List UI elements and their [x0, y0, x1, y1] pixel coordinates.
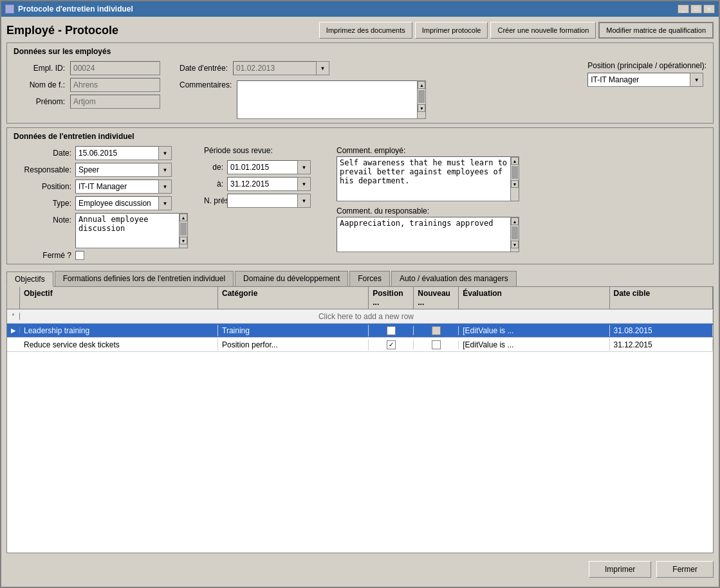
bottom-section: Objectifs Formations definies lors de l'… — [6, 268, 714, 553]
note-scroll-down[interactable]: ▼ — [180, 237, 187, 244]
col-evaluation: Évaluation — [459, 287, 609, 309]
print-docs-button[interactable]: Imprimez des documents — [319, 22, 412, 39]
imprimer-button[interactable]: Imprimer — [589, 561, 651, 578]
cr-scroll-down[interactable]: ▼ — [511, 241, 519, 248]
row-1-nouveau-checkbox[interactable] — [432, 326, 441, 335]
position-interview-wrapper: ▼ — [75, 179, 188, 194]
col-position: Position ... — [369, 287, 414, 309]
type-field[interactable] — [75, 196, 159, 210]
new-row-indicator: * — [7, 313, 20, 320]
row-2-nouveau-checkbox[interactable] — [432, 340, 441, 349]
table-row-1[interactable]: ▶ Leadership training Training ✓ [EditVa… — [7, 324, 713, 338]
row-1-position-checkbox[interactable]: ✓ — [387, 326, 396, 335]
nom-label: Nom de f.: — [14, 80, 65, 89]
interview-date-field[interactable] — [75, 146, 159, 160]
row-1-objectif: Leadership training — [20, 325, 218, 336]
print-proto-button[interactable]: Imprimer protocole — [415, 22, 488, 39]
scroll-up[interactable]: ▲ — [418, 81, 425, 89]
commentaires-field[interactable] — [237, 80, 417, 119]
ferme-label: Fermé ? — [14, 251, 71, 260]
a-dropdown[interactable]: ▼ — [298, 177, 311, 191]
a-label: à: — [204, 179, 223, 188]
scroll-down[interactable]: ▼ — [418, 104, 425, 112]
minimize-button[interactable]: _ — [678, 5, 689, 14]
comment-employe-field[interactable]: Self awareness that he must learn to pre… — [337, 156, 510, 201]
type-dropdown[interactable]: ▼ — [159, 196, 172, 210]
n-pres-label: N. prés.: — [204, 196, 223, 205]
header-row: Employé - Protocole Imprimez des documen… — [6, 22, 714, 39]
row-1-nouveau-check[interactable] — [414, 326, 459, 335]
position-field[interactable] — [587, 73, 690, 87]
responsable-wrapper: ▼ — [75, 163, 188, 177]
comment-employe-wrapper: Self awareness that he must learn to pre… — [337, 156, 706, 201]
responsable-field[interactable] — [75, 163, 159, 177]
note-scroll-up[interactable]: ▲ — [180, 214, 187, 221]
tab-forces[interactable]: Forces — [349, 271, 390, 286]
de-dropdown[interactable]: ▼ — [298, 160, 311, 174]
note-scrollbar[interactable]: ▲ ▼ — [179, 213, 188, 248]
de-field[interactable] — [227, 160, 298, 174]
ce-scroll-up[interactable]: ▲ — [511, 157, 519, 165]
tabs-bar: Objectifs Formations definies lors de l'… — [6, 271, 714, 286]
window-title: Protocole d'entretien individuel — [18, 5, 133, 14]
fermer-button[interactable]: Fermer — [656, 561, 714, 578]
n-pres-field[interactable] — [227, 194, 298, 208]
table-new-row[interactable]: * Click here to add a new row — [7, 309, 713, 324]
footer-row: Imprimer Fermer — [6, 557, 714, 582]
position-interview-field[interactable] — [75, 179, 159, 194]
note-field[interactable]: Annual employee discussion — [75, 213, 179, 248]
row-2-evaluation: [EditValue is ... — [459, 339, 609, 351]
employee-section-title: Données sur les employés — [14, 47, 706, 56]
position-interview-dropdown[interactable]: ▼ — [159, 179, 172, 194]
interview-date-wrapper: ▼ — [75, 146, 188, 160]
interview-section-title: Données de l'entretien individuel — [14, 132, 706, 141]
commentaires-scrollbar[interactable]: ▲ ▼ — [417, 80, 426, 119]
modify-matrix-button[interactable]: Modifier matrice de qualification — [598, 22, 714, 39]
empl-id-field — [70, 61, 160, 75]
interview-section: Données de l'entretien individuel Date: … — [6, 127, 714, 264]
row-2-nouveau-check[interactable] — [414, 340, 459, 349]
commentaires-wrapper: ▲ ▼ — [237, 80, 426, 119]
responsable-label: Responsable: — [14, 165, 71, 174]
ferme-checkbox[interactable] — [75, 251, 84, 260]
position-principale-label: Position (principale / opérationnel): — [587, 61, 706, 70]
row-1-position-check[interactable]: ✓ — [369, 326, 414, 335]
responsable-dropdown[interactable]: ▼ — [159, 163, 172, 177]
commentaires-label: Commentaires: — [180, 80, 232, 89]
tab-domaine[interactable]: Domaine du développement — [235, 271, 348, 286]
position-dropdown[interactable]: ▼ — [690, 73, 703, 87]
ce-scroll-down[interactable]: ▼ — [511, 180, 519, 188]
date-entree-label: Date d'entrée: — [180, 64, 228, 73]
close-button[interactable]: × — [703, 5, 715, 14]
cr-scroll-thumb — [512, 226, 518, 239]
page-title: Employé - Protocole — [6, 24, 118, 37]
col-categorie: Catégorie — [218, 287, 369, 309]
n-pres-dropdown[interactable]: ▼ — [298, 194, 311, 208]
note-wrapper: Annual employee discussion ▲ ▼ — [75, 213, 188, 248]
comment-employe-scrollbar[interactable]: ▲ ▼ — [510, 156, 519, 201]
comment-responsable-field[interactable]: Aappreciation, trainings approved — [337, 217, 510, 252]
comment-responsable-scrollbar[interactable]: ▲ ▼ — [510, 217, 519, 252]
new-row-text[interactable]: Click here to add a new row — [20, 311, 713, 322]
de-label: de: — [204, 163, 223, 172]
row-2-objectif: Reduce service desk tickets — [20, 339, 218, 351]
tab-formations[interactable]: Formations definies lors de l'entretien … — [55, 271, 234, 286]
tab-auto-eval[interactable]: Auto / évaluation des managers — [391, 271, 517, 286]
cr-scroll-up[interactable]: ▲ — [511, 217, 519, 225]
table-row-2[interactable]: Reduce service desk tickets Position per… — [7, 338, 713, 352]
row-2-position-check[interactable]: ✓ — [369, 340, 414, 349]
app-icon — [5, 5, 14, 14]
interview-date-dropdown[interactable]: ▼ — [159, 146, 172, 160]
restore-button[interactable]: □ — [690, 5, 702, 14]
ce-scroll-thumb — [512, 166, 518, 179]
tab-objectifs[interactable]: Objectifs — [6, 271, 53, 287]
new-training-button[interactable]: Créer une nouvelle formation — [490, 22, 596, 39]
content-area: Employé - Protocole Imprimez des documen… — [1, 17, 719, 587]
row-2-categorie: Position perfor... — [218, 339, 369, 351]
row-2-position-checkbox[interactable]: ✓ — [387, 340, 396, 349]
title-bar: Protocole d'entretien individuel _ □ × — [1, 1, 719, 17]
a-field[interactable] — [227, 177, 298, 191]
main-window: Protocole d'entretien individuel _ □ × E… — [0, 0, 720, 588]
date-entree-dropdown[interactable]: ▼ — [317, 61, 329, 75]
comment-responsable-label: Comment. du responsable: — [337, 207, 706, 216]
